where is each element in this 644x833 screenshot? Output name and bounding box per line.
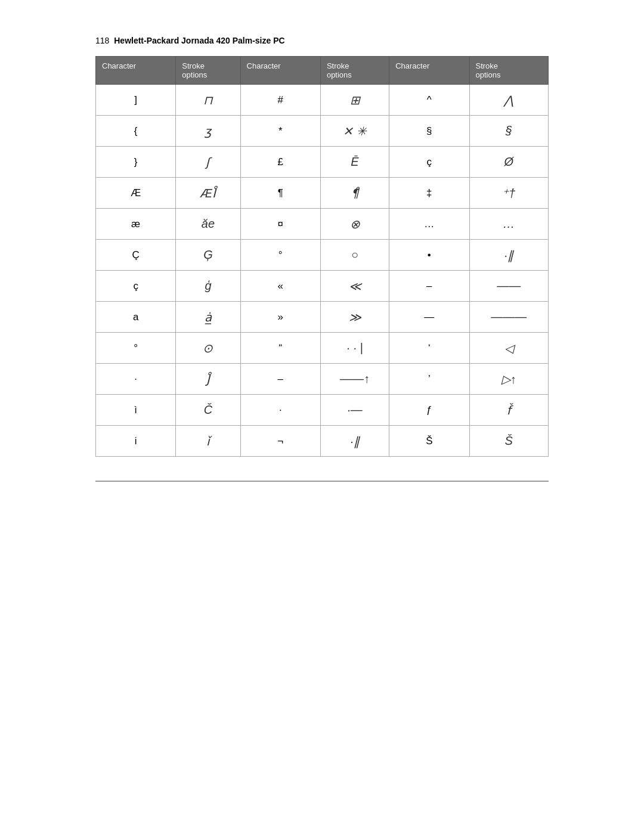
stroke-cell: … — [469, 209, 549, 240]
stroke-cell: ·‖ — [320, 426, 389, 457]
table-row: ]⊓#⊞^⋀ — [96, 85, 549, 116]
stroke-cell: ·— — [320, 395, 389, 426]
stroke-cell: ʒ — [176, 116, 240, 147]
stroke-cell: ——— — [469, 302, 549, 333]
stroke-cell: ģ — [176, 271, 240, 302]
char-cell: § — [389, 116, 469, 147]
col-header-char1: Character — [96, 57, 176, 85]
stroke-cell: ⁺† — [469, 178, 549, 209]
char-cell: ç — [389, 147, 469, 178]
stroke-cell: ⋀ — [469, 85, 549, 116]
character-table: Character Strokeoptions Character Stroke… — [95, 56, 549, 457]
col-header-char2: Character — [240, 57, 320, 85]
stroke-cell: ——↑ — [320, 364, 389, 395]
table-row: ÇĢ°○•·‖ — [96, 240, 549, 271]
col-header-stroke1: Strokeoptions — [176, 57, 240, 85]
char-cell: ] — [96, 85, 176, 116]
char-cell: ‘ — [389, 333, 469, 364]
page-header: 118 Hewlett-Packard Jornada 420 Palm-siz… — [95, 36, 549, 45]
stroke-cell: ◁ — [469, 333, 549, 364]
stroke-cell: ⊗ — [320, 209, 389, 240]
stroke-cell: ≪ — [320, 271, 389, 302]
stroke-cell: ≫ — [320, 302, 389, 333]
stroke-cell: ǐ — [176, 426, 240, 457]
char-cell: i — [96, 426, 176, 457]
char-cell: Š — [389, 426, 469, 457]
stroke-cell: J̊ — [176, 364, 240, 395]
char-cell: — — [389, 302, 469, 333]
stroke-cell: ·‖ — [469, 240, 549, 271]
col-header-stroke3: Strokeoptions — [469, 57, 549, 85]
stroke-cell: f̌ — [469, 395, 549, 426]
stroke-cell: Č — [176, 395, 240, 426]
char-cell: – — [389, 271, 469, 302]
table-row: ·J̊–——↑’▷↑ — [96, 364, 549, 395]
table-row: aȧ̲»≫———— — [96, 302, 549, 333]
table-header-row: Character Strokeoptions Character Stroke… — [96, 57, 549, 85]
char-cell: ¬ — [240, 426, 320, 457]
char-cell: « — [240, 271, 320, 302]
char-cell: ç — [96, 271, 176, 302]
table-row: ÆÆI̊¶¶̊‡⁺† — [96, 178, 549, 209]
char-cell: Ç — [96, 240, 176, 271]
stroke-cell: · · | — [320, 333, 389, 364]
table-row: çģ«≪–—— — [96, 271, 549, 302]
stroke-cell: ÆI̊ — [176, 178, 240, 209]
char-cell: ‡ — [389, 178, 469, 209]
char-cell: – — [240, 364, 320, 395]
page-title: Hewlett-Packard Jornada 420 Palm-size PC — [114, 36, 284, 45]
table-row: }ʃ£ĒçØ — [96, 147, 549, 178]
char-cell: ¤ — [240, 209, 320, 240]
stroke-cell: ▷↑ — [469, 364, 549, 395]
stroke-cell: ¶̊ — [320, 178, 389, 209]
col-header-char3: Character — [389, 57, 469, 85]
char-cell: ° — [96, 333, 176, 364]
stroke-cell: ʃ — [176, 147, 240, 178]
stroke-cell: § — [469, 116, 549, 147]
char-cell: » — [240, 302, 320, 333]
stroke-cell: ăe — [176, 209, 240, 240]
char-cell: ’ — [389, 364, 469, 395]
char-cell: ¶ — [240, 178, 320, 209]
char-cell: } — [96, 147, 176, 178]
table-row: {ʒ*✕ ✳§§ — [96, 116, 549, 147]
stroke-cell: Š — [469, 426, 549, 457]
char-cell: { — [96, 116, 176, 147]
char-cell: • — [389, 240, 469, 271]
stroke-cell: Ģ — [176, 240, 240, 271]
col-header-stroke2: Strokeoptions — [320, 57, 389, 85]
table-row: °⊙“· · |‘◁ — [96, 333, 549, 364]
stroke-cell: ○ — [320, 240, 389, 271]
char-cell: Æ — [96, 178, 176, 209]
char-cell: a — [96, 302, 176, 333]
char-cell: * — [240, 116, 320, 147]
char-cell: · — [96, 364, 176, 395]
stroke-cell: ✕ ✳ — [320, 116, 389, 147]
char-cell: ^ — [389, 85, 469, 116]
table-row: ìČ··—ƒf̌ — [96, 395, 549, 426]
table-row: æăe¤⊗…… — [96, 209, 549, 240]
char-cell: æ — [96, 209, 176, 240]
char-cell: ì — [96, 395, 176, 426]
stroke-cell: ⊙ — [176, 333, 240, 364]
char-cell: “ — [240, 333, 320, 364]
stroke-cell: —— — [469, 271, 549, 302]
stroke-cell: ⊓ — [176, 85, 240, 116]
stroke-cell: ȧ̲ — [176, 302, 240, 333]
stroke-cell: Ø — [469, 147, 549, 178]
char-cell: # — [240, 85, 320, 116]
char-cell: … — [389, 209, 469, 240]
page-divider — [95, 481, 549, 482]
char-cell: · — [240, 395, 320, 426]
stroke-cell: ⊞ — [320, 85, 389, 116]
stroke-cell: Ē — [320, 147, 389, 178]
page-container: 118 Hewlett-Packard Jornada 420 Palm-siz… — [95, 36, 549, 482]
table-row: iǐ¬·‖ŠŠ — [96, 426, 549, 457]
char-cell: £ — [240, 147, 320, 178]
char-cell: ƒ — [389, 395, 469, 426]
char-cell: ° — [240, 240, 320, 271]
page-number: 118 — [95, 36, 109, 45]
